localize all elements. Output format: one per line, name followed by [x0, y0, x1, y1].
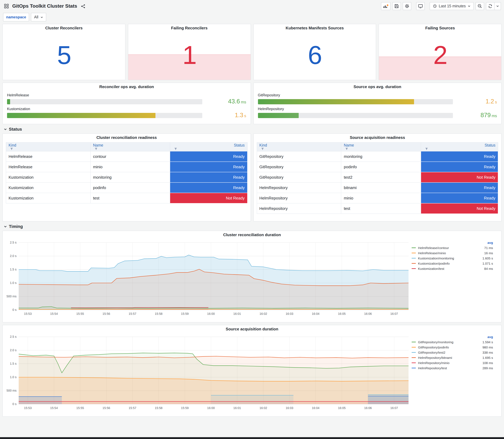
legend-series-color — [412, 362, 416, 363]
save-dashboard-button[interactable] — [392, 2, 401, 10]
dashboard-settings-button[interactable] — [403, 2, 411, 10]
time-range-picker[interactable]: Last 15 minutes — [430, 2, 474, 10]
zoom-out-time-button[interactable] — [476, 2, 484, 10]
panel-title[interactable]: Cluster reconciliation readiness — [3, 134, 250, 142]
legend-item[interactable]: GitRepository/monitoring1.594 s — [412, 339, 493, 344]
legend-item[interactable]: HelmRepository/test289 ms — [412, 365, 493, 370]
legend-series-name[interactable]: GitRepository/podinfo — [418, 345, 482, 349]
gauge-bar-fill — [7, 113, 155, 118]
legend-item[interactable]: Kustomization/test84 ms — [412, 266, 493, 271]
dashboard-grid-icon[interactable] — [3, 3, 10, 10]
cell-name: bitnami — [341, 183, 421, 193]
cell-kind: GitRepository — [257, 151, 341, 162]
legend-series-avg: 1.594 s — [482, 340, 493, 344]
filter-funnel-icon[interactable] — [345, 147, 348, 150]
legend-item[interactable]: HelmRepository/bitnami1.695 s — [412, 355, 493, 360]
cell-name: monitoring — [341, 151, 421, 162]
legend-item[interactable]: HelmRelease/minio16 ms — [412, 250, 493, 256]
time-range-label: Last 15 minutes — [439, 4, 466, 8]
cell-name: minio — [341, 193, 421, 203]
add-panel-button[interactable] — [381, 2, 391, 10]
x-axis-label: 15:59 — [181, 312, 189, 315]
legend-series-color — [412, 247, 416, 248]
filter-funnel-icon[interactable] — [261, 147, 264, 150]
legend-series-name[interactable]: HelmRepository/bitnami — [418, 356, 482, 359]
panel-title[interactable]: Reconciler ops avg. duration — [3, 83, 250, 91]
series-area — [368, 396, 408, 404]
variable-value-dropdown[interactable]: All — [31, 13, 46, 21]
filter-funnel-icon[interactable] — [95, 147, 98, 150]
panel-title[interactable]: Failing Sources — [379, 24, 501, 32]
chart-panel: Source acquisition duration0 s500 ms1.0 … — [2, 325, 502, 417]
column-header-name[interactable]: Name — [341, 142, 421, 151]
panel-title[interactable]: Cluster reconciliation duration — [3, 231, 501, 239]
legend-series-name[interactable]: HelmRelease/contour — [418, 246, 484, 249]
gauge-panel: Source ops avg. durationGitRepository1.2… — [253, 83, 502, 124]
legend-series-avg: 84 ms — [484, 267, 493, 270]
cell-status: Not Ready — [421, 172, 498, 183]
refresh-button[interactable] — [486, 2, 494, 10]
x-axis-label: 16:06 — [364, 406, 372, 410]
legend-series-color — [412, 357, 416, 358]
dashboard-header: GitOps Toolkit Cluster Stats — [0, 0, 504, 12]
filter-funnel-icon[interactable] — [174, 147, 177, 150]
panel-title[interactable]: Source ops avg. duration — [254, 83, 501, 91]
legend-series-name[interactable]: Kustomization/monitoring — [418, 256, 482, 260]
gauge-value: 1.3s — [206, 112, 246, 119]
stat-panel: Kubernetes Manifests Sources6 — [253, 24, 376, 80]
gauge-bar-fill — [258, 99, 414, 104]
legend-series-name[interactable]: Kustomization/test — [418, 267, 484, 270]
panel-title[interactable]: Source acquisition duration — [3, 325, 501, 333]
legend-series-name[interactable]: HelmRepository/minio — [418, 361, 482, 365]
legend-item[interactable]: Kustomization/monitoring1.605 s — [412, 256, 493, 261]
panel-title[interactable]: Source acquisition readiness — [254, 134, 501, 142]
chart-canvas[interactable]: 0 s500 ms1.0 s1.5 s2.0 s2.5 s15:5315:541… — [4, 239, 412, 317]
x-axis-label: 16:03 — [286, 406, 293, 410]
filter-funnel-icon[interactable] — [425, 147, 428, 150]
legend-series-name[interactable]: GitRepository/test2 — [418, 350, 482, 354]
y-axis-label: 1.5 s — [10, 268, 16, 271]
gauge-value-unit: ms — [492, 113, 497, 118]
legend-item[interactable]: Kustomization/podinfo1.071 s — [412, 261, 493, 266]
cycle-view-button[interactable] — [416, 2, 425, 10]
filter-funnel-icon[interactable] — [10, 147, 13, 150]
panel-title[interactable]: Cluster Reconcilers — [3, 24, 125, 32]
gauge-row: 879ms — [258, 112, 497, 119]
gauge-bar-fill — [258, 113, 299, 118]
legend-series-avg: 1.071 s — [482, 261, 493, 265]
refresh-interval-dropdown[interactable] — [494, 2, 501, 10]
x-axis-label: 15:58 — [155, 312, 162, 315]
column-header-kind[interactable]: Kind — [257, 142, 341, 151]
legend-item[interactable]: GitRepository/podinfo980 ms — [412, 344, 493, 350]
cell-status: Not Ready — [170, 193, 247, 203]
y-axis-label: 2.0 s — [10, 254, 16, 257]
panel-title[interactable]: Failing Reconcilers — [128, 24, 251, 32]
column-header-label: Name — [93, 143, 103, 147]
x-axis-label: 15:59 — [181, 406, 189, 410]
legend-series-avg: 1.695 s — [482, 356, 493, 359]
column-header-status[interactable]: Status — [170, 142, 247, 151]
legend-series-name[interactable]: HelmRelease/minio — [418, 251, 484, 255]
legend-series-color — [412, 341, 416, 342]
gauge-row: 1.2s — [258, 98, 497, 105]
share-icon[interactable] — [80, 3, 86, 10]
section-header-status[interactable]: Status — [4, 127, 500, 132]
legend-series-avg: 338 ms — [482, 350, 493, 354]
section-header-timing[interactable]: Timing — [4, 224, 500, 229]
legend-item[interactable]: HelmRepository/minio108 ms — [412, 360, 493, 365]
table-row: GitRepositorytest2Not Ready — [257, 172, 498, 183]
panel-title[interactable]: Kubernetes Manifests Sources — [254, 24, 376, 32]
legend-item[interactable]: HelmRelease/contour71 ms — [412, 245, 493, 250]
legend-item[interactable]: GitRepository/test2338 ms — [412, 350, 493, 355]
chevron-down-icon — [4, 127, 7, 131]
legend-series-name[interactable]: HelmRepository/test — [418, 366, 482, 370]
bottom-edge-strip — [0, 437, 504, 439]
chart-canvas[interactable]: 0 s500 ms1.0 s1.5 s2.0 s2.5 s15:5315:541… — [4, 333, 412, 412]
legend-series-name[interactable]: Kustomization/podinfo — [418, 261, 482, 265]
column-header-kind[interactable]: Kind — [6, 142, 90, 151]
column-header-name[interactable]: Name — [90, 142, 170, 151]
section-title: Timing — [9, 224, 23, 229]
legend-series-name[interactable]: GitRepository/monitoring — [418, 340, 482, 344]
column-header-status[interactable]: Status — [421, 142, 498, 151]
gauge-body: HelmRelease43.6msKustomization1.3s — [3, 91, 250, 120]
